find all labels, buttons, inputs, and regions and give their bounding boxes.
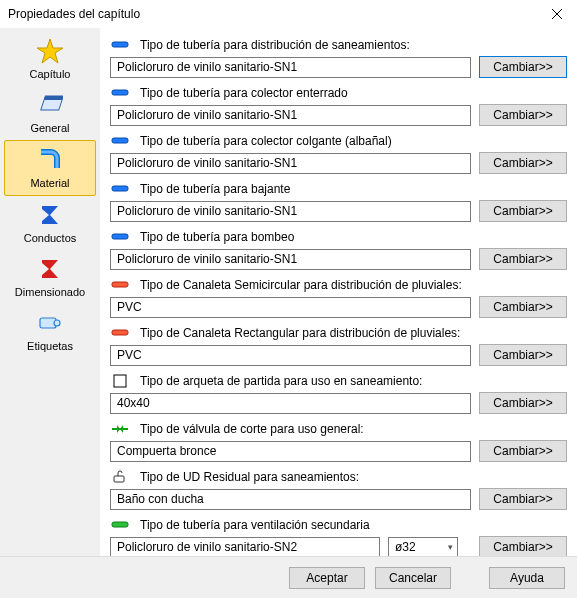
change-button[interactable]: Cambiar>> bbox=[479, 392, 567, 414]
svg-marker-16 bbox=[117, 425, 123, 433]
property-label: Tipo de tubería para bombeo bbox=[140, 230, 294, 244]
button-label: Cancelar bbox=[389, 571, 437, 585]
property-label-row: Tipo de UD Residual para saneamientos: bbox=[110, 470, 567, 484]
help-button[interactable]: Ayuda bbox=[489, 567, 565, 589]
property-input-row: Compuerta bronceCambiar>> bbox=[110, 440, 567, 462]
change-button[interactable]: Cambiar>> bbox=[479, 344, 567, 366]
svg-rect-4 bbox=[44, 96, 63, 100]
button-label: Cambiar>> bbox=[493, 156, 552, 170]
svg-rect-10 bbox=[112, 186, 128, 191]
pipe-blue-icon bbox=[110, 230, 130, 244]
svg-marker-2 bbox=[37, 39, 63, 63]
change-button[interactable]: Cambiar>> bbox=[479, 296, 567, 318]
property-input-row: PVCCambiar>> bbox=[110, 344, 567, 366]
sidebar-item-dimensionado[interactable]: Dimensionado bbox=[0, 250, 100, 304]
property-label: Tipo de tubería para distribución de san… bbox=[140, 38, 410, 52]
change-button[interactable]: Cambiar>> bbox=[479, 56, 567, 78]
sidebar-item-general[interactable]: General bbox=[0, 86, 100, 140]
property-input-row: Policloruro de vinilo sanitario-SN1Cambi… bbox=[110, 248, 567, 270]
footer: Aceptar Cancelar Ayuda bbox=[0, 556, 577, 598]
button-label: Cambiar>> bbox=[493, 444, 552, 458]
property-value[interactable]: 40x40 bbox=[110, 393, 471, 414]
sigma-red-icon bbox=[33, 254, 67, 284]
sidebar-item-conductos[interactable]: Conductos bbox=[0, 196, 100, 250]
pipe-red-icon bbox=[110, 326, 130, 340]
property-label: Tipo de tubería para bajante bbox=[140, 182, 290, 196]
property-value[interactable]: Policloruro de vinilo sanitario-SN1 bbox=[110, 201, 471, 222]
button-label: Cambiar>> bbox=[493, 108, 552, 122]
property-input-row: Policloruro de vinilo sanitario-SN1Cambi… bbox=[110, 104, 567, 126]
sidebar: Capítulo General Material Conductos Dime bbox=[0, 28, 100, 556]
button-label: Cambiar>> bbox=[493, 492, 552, 506]
change-button[interactable]: Cambiar>> bbox=[479, 488, 567, 510]
sheet-icon bbox=[33, 90, 67, 120]
svg-rect-17 bbox=[114, 476, 124, 482]
property-label-row: Tipo de tubería para ventilación secunda… bbox=[110, 518, 567, 532]
diameter-select[interactable]: ø32▾ bbox=[388, 537, 458, 557]
property-label-row: Tipo de Canaleta Rectangular para distri… bbox=[110, 326, 567, 340]
valve-icon bbox=[110, 422, 130, 436]
dialog-body: Capítulo General Material Conductos Dime bbox=[0, 28, 577, 556]
button-label: Cambiar>> bbox=[493, 300, 552, 314]
star-icon bbox=[33, 36, 67, 66]
change-button[interactable]: Cambiar>> bbox=[479, 248, 567, 270]
sidebar-item-etiquetas[interactable]: Etiquetas bbox=[0, 304, 100, 358]
titlebar: Propiedades del capítulo bbox=[0, 0, 577, 28]
property-value[interactable]: PVC bbox=[110, 297, 471, 318]
svg-rect-11 bbox=[112, 234, 128, 239]
pipe-green-icon bbox=[110, 518, 130, 532]
property-value[interactable]: Policloruro de vinilo sanitario-SN1 bbox=[110, 105, 471, 126]
box-icon bbox=[110, 374, 130, 388]
property-value[interactable]: Policloruro de vinilo sanitario-SN2 bbox=[110, 537, 380, 557]
change-button[interactable]: Cambiar>> bbox=[479, 536, 567, 556]
change-button[interactable]: Cambiar>> bbox=[479, 152, 567, 174]
button-label: Cambiar>> bbox=[493, 396, 552, 410]
property-value[interactable]: Baño con ducha bbox=[110, 489, 471, 510]
sidebar-item-capitulo[interactable]: Capítulo bbox=[0, 32, 100, 86]
property-label: Tipo de válvula de corte para uso genera… bbox=[140, 422, 364, 436]
chevron-down-icon: ▾ bbox=[448, 542, 453, 552]
property-value[interactable]: Policloruro de vinilo sanitario-SN1 bbox=[110, 57, 471, 78]
button-label: Cambiar>> bbox=[493, 348, 552, 362]
property-value[interactable]: Policloruro de vinilo sanitario-SN1 bbox=[110, 153, 471, 174]
svg-rect-13 bbox=[112, 330, 128, 335]
property-label-row: Tipo de tubería para distribución de san… bbox=[110, 38, 567, 52]
property-label-row: Tipo de Canaleta Semicircular para distr… bbox=[110, 278, 567, 292]
property-label: Tipo de arqueta de partida para uso en s… bbox=[140, 374, 422, 388]
sidebar-label: Dimensionado bbox=[15, 286, 85, 298]
svg-rect-12 bbox=[112, 282, 128, 287]
property-input-row: Baño con duchaCambiar>> bbox=[110, 488, 567, 510]
accept-button[interactable]: Aceptar bbox=[289, 567, 365, 589]
sidebar-item-material[interactable]: Material bbox=[4, 140, 96, 196]
property-input-row: Policloruro de vinilo sanitario-SN1Cambi… bbox=[110, 56, 567, 78]
change-button[interactable]: Cambiar>> bbox=[479, 440, 567, 462]
property-label: Tipo de Canaleta Semicircular para distr… bbox=[140, 278, 462, 292]
property-label: Tipo de tubería para colector enterrado bbox=[140, 86, 348, 100]
change-button[interactable]: Cambiar>> bbox=[479, 104, 567, 126]
fixture-icon bbox=[110, 470, 130, 484]
property-input-row: PVCCambiar>> bbox=[110, 296, 567, 318]
sidebar-label: Conductos bbox=[24, 232, 77, 244]
close-icon bbox=[552, 9, 562, 19]
svg-rect-7 bbox=[112, 42, 128, 47]
button-label: Cambiar>> bbox=[493, 60, 552, 74]
property-value[interactable]: Policloruro de vinilo sanitario-SN1 bbox=[110, 249, 471, 270]
cancel-button[interactable]: Cancelar bbox=[375, 567, 451, 589]
property-label: Tipo de UD Residual para saneamientos: bbox=[140, 470, 359, 484]
property-value[interactable]: PVC bbox=[110, 345, 471, 366]
property-label-row: Tipo de tubería para bombeo bbox=[110, 230, 567, 244]
sidebar-label: Etiquetas bbox=[27, 340, 73, 352]
pipe-blue-icon bbox=[110, 134, 130, 148]
property-value[interactable]: Compuerta bronce bbox=[110, 441, 471, 462]
sidebar-label: Capítulo bbox=[30, 68, 71, 80]
close-button[interactable] bbox=[545, 4, 569, 24]
property-label: Tipo de tubería para colector colgante (… bbox=[140, 134, 392, 148]
button-label: Cambiar>> bbox=[493, 204, 552, 218]
property-label-row: Tipo de válvula de corte para uso genera… bbox=[110, 422, 567, 436]
button-label: Cambiar>> bbox=[493, 540, 552, 554]
button-label: Ayuda bbox=[510, 571, 544, 585]
button-label: Cambiar>> bbox=[493, 252, 552, 266]
pipe-red-icon bbox=[110, 278, 130, 292]
change-button[interactable]: Cambiar>> bbox=[479, 200, 567, 222]
property-input-row: Policloruro de vinilo sanitario-SN1Cambi… bbox=[110, 200, 567, 222]
